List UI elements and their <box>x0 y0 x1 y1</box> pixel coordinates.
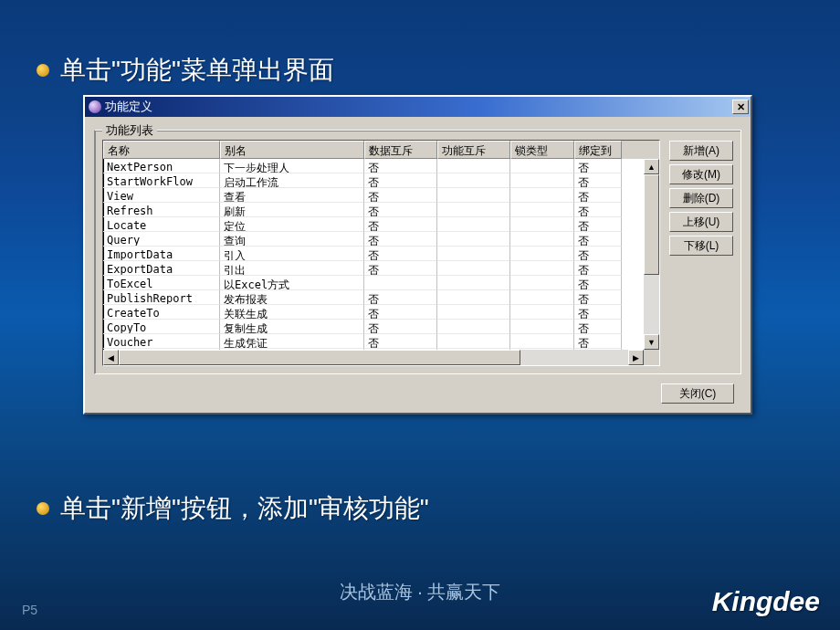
close-icon[interactable]: ✕ <box>732 100 749 114</box>
table-row[interactable]: ToExcel以Excel方式否 <box>103 276 659 290</box>
table-row[interactable]: ImportData引入否否 <box>103 247 659 261</box>
cell-fmutex <box>437 232 510 247</box>
cell-alias: 查询 <box>220 232 364 247</box>
cell-lock <box>510 276 574 290</box>
scroll-thumb-h[interactable] <box>119 350 520 365</box>
table-row[interactable]: ExportData引出否否 <box>103 261 659 276</box>
cell-fmutex <box>437 334 510 349</box>
cell-lock <box>510 305 574 320</box>
cell-dmutex: 否 <box>364 173 437 188</box>
cell-fmutex <box>437 173 510 188</box>
scroll-right-icon[interactable]: ▶ <box>628 350 644 365</box>
scroll-left-icon[interactable]: ◀ <box>103 350 119 365</box>
table-row[interactable]: View查看否否 <box>103 188 659 203</box>
cell-fmutex <box>437 217 510 232</box>
cell-name: CreateTo <box>103 305 220 320</box>
table-row[interactable]: StartWorkFlow启动工作流否否 <box>103 173 659 188</box>
cell-dmutex: 否 <box>364 159 437 173</box>
table-row[interactable]: CopyTo复制生成否否 <box>103 320 659 334</box>
cell-alias: 定位 <box>220 217 364 232</box>
bullet-bottom: 单击"新增"按钮，添加"审核功能" <box>37 491 429 526</box>
scroll-thumb-v[interactable] <box>644 174 659 275</box>
cell-dmutex <box>364 276 437 290</box>
cell-lock <box>510 217 574 232</box>
cell-bind: 否 <box>574 188 622 203</box>
cell-bind: 否 <box>574 320 622 334</box>
cell-dmutex: 否 <box>364 320 437 334</box>
scroll-up-icon[interactable]: ▲ <box>644 159 659 174</box>
cell-name: Refresh <box>103 203 220 217</box>
movedown-button[interactable]: 下移(L) <box>669 236 733 256</box>
bullet-top: 单击"功能"菜单弹出界面 <box>37 53 334 88</box>
bullet-icon <box>37 64 49 77</box>
cell-bind: 否 <box>574 232 622 247</box>
close-button[interactable]: 关闭(C) <box>661 383 734 404</box>
horizontal-scrollbar[interactable]: ◀ ▶ <box>103 350 644 365</box>
cell-bind: 否 <box>574 217 622 232</box>
add-button[interactable]: 新增(A) <box>669 141 733 161</box>
cell-name: ImportData <box>103 247 220 261</box>
table-row[interactable]: CreateTo关联生成否否 <box>103 305 659 320</box>
cell-lock <box>510 203 574 217</box>
cell-name: Locate <box>103 217 220 232</box>
edit-button[interactable]: 修改(M) <box>669 164 733 184</box>
cell-bind: 否 <box>574 173 622 188</box>
cell-name: NextPerson <box>103 159 220 173</box>
cell-lock <box>510 247 574 261</box>
table-row[interactable]: Voucher生成凭证否否 <box>103 334 659 349</box>
moveup-button[interactable]: 上移(U) <box>669 212 733 232</box>
bullet-top-text: 单击"功能"菜单弹出界面 <box>60 53 334 88</box>
cell-fmutex <box>437 188 510 203</box>
th-name[interactable]: 名称 <box>103 141 220 159</box>
cell-lock <box>510 334 574 349</box>
vertical-scrollbar[interactable]: ▲ ▼ <box>644 159 659 350</box>
cell-name: ExportData <box>103 261 220 276</box>
table-body[interactable]: NextPerson下一步处理人否否StartWorkFlow启动工作流否否Vi… <box>103 159 659 363</box>
th-dmutex[interactable]: 数据互斥 <box>364 141 437 159</box>
cell-fmutex <box>437 305 510 320</box>
cell-dmutex: 否 <box>364 203 437 217</box>
cell-bind: 否 <box>574 305 622 320</box>
scroll-corner <box>644 350 659 365</box>
cell-fmutex <box>437 290 510 305</box>
scroll-down-icon[interactable]: ▼ <box>644 334 659 350</box>
cell-name: View <box>103 188 220 203</box>
cell-fmutex <box>437 247 510 261</box>
cell-alias: 下一步处理人 <box>220 159 364 173</box>
cell-fmutex <box>437 159 510 173</box>
th-bind[interactable]: 绑定到 <box>574 141 622 159</box>
function-table[interactable]: 名称 别名 数据互斥 功能互斥 锁类型 绑定到 NextPerson下一步处理人… <box>102 140 660 366</box>
table-row[interactable]: Locate定位否否 <box>103 217 659 232</box>
table-row[interactable]: Refresh刷新否否 <box>103 203 659 217</box>
cell-alias: 以Excel方式 <box>220 276 364 290</box>
cell-dmutex: 否 <box>364 232 437 247</box>
bullet-icon <box>37 502 49 515</box>
table-header: 名称 别名 数据互斥 功能互斥 锁类型 绑定到 <box>103 141 659 159</box>
th-lock[interactable]: 锁类型 <box>510 141 574 159</box>
th-alias[interactable]: 别名 <box>220 141 364 159</box>
cell-dmutex: 否 <box>364 261 437 276</box>
cell-alias: 刷新 <box>220 203 364 217</box>
cell-alias: 引出 <box>220 261 364 276</box>
cell-name: PublishReport <box>103 290 220 305</box>
dialog-title: 功能定义 <box>105 99 152 115</box>
cell-bind: 否 <box>574 290 622 305</box>
th-fmutex[interactable]: 功能互斥 <box>437 141 510 159</box>
titlebar[interactable]: 功能定义 ✕ <box>85 97 751 117</box>
page-number: P5 <box>22 603 37 617</box>
cell-lock <box>510 232 574 247</box>
cell-dmutex: 否 <box>364 290 437 305</box>
bullet-bottom-text: 单击"新增"按钮，添加"审核功能" <box>60 491 429 526</box>
cell-lock <box>510 159 574 173</box>
delete-button[interactable]: 删除(D) <box>669 188 733 208</box>
table-row[interactable]: Query查询否否 <box>103 232 659 247</box>
cell-dmutex: 否 <box>364 217 437 232</box>
cell-bind: 否 <box>574 276 622 290</box>
cell-lock <box>510 290 574 305</box>
cell-name: CopyTo <box>103 320 220 334</box>
table-row[interactable]: PublishReport发布报表否否 <box>103 290 659 305</box>
table-row[interactable]: NextPerson下一步处理人否否 <box>103 159 659 173</box>
cell-alias: 复制生成 <box>220 320 364 334</box>
cell-name: Voucher <box>103 334 220 349</box>
fieldset-legend: 功能列表 <box>102 122 157 139</box>
